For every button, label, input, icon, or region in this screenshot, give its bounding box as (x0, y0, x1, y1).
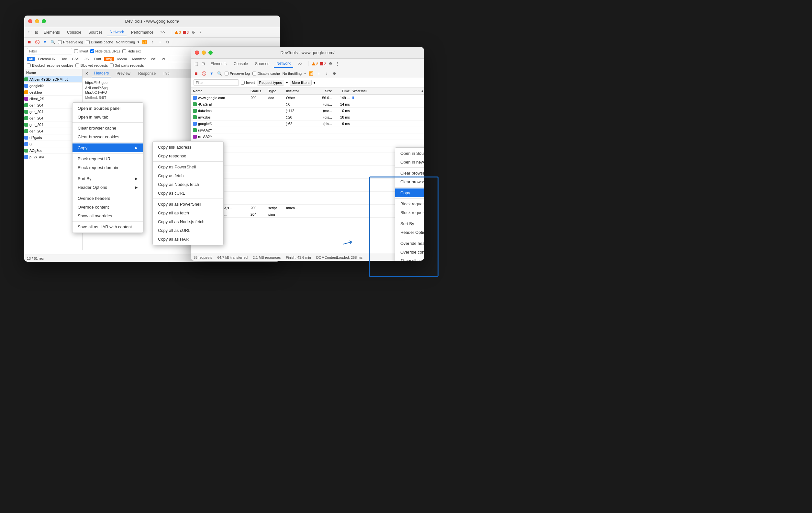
minimize-button-back[interactable] (35, 19, 39, 23)
settings2-icon-back[interactable] (165, 39, 170, 45)
close-button-front[interactable] (195, 51, 199, 55)
menu-block-domain-front[interactable]: Block request domain (395, 208, 424, 217)
type-btn-fetch-back[interactable]: Fetch/XHR (36, 57, 57, 61)
window-controls-front[interactable] (195, 51, 213, 55)
settings2-icon-front[interactable] (332, 71, 337, 76)
menu-override-content-front[interactable]: Override content (395, 248, 424, 256)
table-row-11-front[interactable]: gen_204 (191, 166, 424, 172)
disable-cache-checkbox-back[interactable] (86, 40, 90, 44)
menu-copy-all-curl-back[interactable]: Copy all as cURL (153, 226, 223, 235)
maximize-button-back[interactable] (42, 19, 46, 23)
blocked-response-checkbox-back[interactable] (27, 63, 31, 68)
table-row-10-front[interactable]: gen_204 (191, 159, 424, 166)
col-name-header[interactable]: Name (191, 89, 249, 93)
tab-sources-back[interactable]: Sources (86, 29, 105, 36)
menu-copy-all-nodejs-back[interactable]: Copy all as Node.js fetch (153, 217, 223, 226)
search-icon-back[interactable]: 🔍 (50, 39, 55, 45)
menu-header-options-back[interactable]: Header Options (72, 183, 143, 192)
device-icon[interactable]: ⊡ (34, 30, 39, 35)
tab-console-front[interactable]: Console (231, 60, 251, 68)
maximize-button-front[interactable] (208, 51, 213, 55)
filter-icon-front[interactable]: ▼ (209, 71, 214, 76)
type-btn-manifest-back[interactable]: Manifest (130, 57, 148, 61)
table-row-5-front[interactable]: rs=AA2Y (191, 127, 424, 133)
menu-copy-all-har-back[interactable]: Copy all as HAR (153, 235, 223, 244)
table-row-0-back[interactable]: ANLem4YSD_eDPM_u5 (24, 76, 82, 83)
clear-icon-front[interactable]: 🚫 (201, 71, 206, 76)
throttling-arrow-icon-front[interactable]: ▾ (304, 72, 306, 75)
menu-show-overrides-front[interactable]: Show all overrides (395, 256, 424, 261)
minimize-button-front[interactable] (202, 51, 206, 55)
menu-copy-powershell-back[interactable]: Copy as PowerShell (153, 163, 223, 171)
close-button-back[interactable] (28, 19, 32, 23)
stop-icon-front[interactable]: ⏹ (194, 71, 199, 76)
more-filters-btn-front[interactable]: More filters (290, 80, 312, 85)
menu-copy-link-back[interactable]: Copy link address (153, 143, 223, 152)
menu-copy-response-back[interactable]: Copy response (153, 152, 223, 160)
menu-sort-by-front[interactable]: Sort By (395, 219, 424, 228)
type-btn-js-back[interactable]: JS (83, 57, 91, 61)
menu-copy-nodejs-back[interactable]: Copy as Node.js fetch (153, 180, 223, 189)
throttling-select-front[interactable]: No throttling (283, 72, 301, 76)
third-party-checkbox-back[interactable] (110, 63, 114, 68)
table-row-17-front[interactable]: m=sy1b7,P10Owf,s... 200 script m=co... (191, 205, 424, 211)
menu-open-tab-front[interactable]: Open in new tab (395, 158, 424, 166)
throttling-arrow-icon-back[interactable]: ▾ (138, 40, 139, 44)
more-icon-front[interactable] (335, 61, 340, 66)
table-row-9-front[interactable]: cb=gapi (191, 153, 424, 159)
menu-show-overrides-back[interactable]: Show all overrides (72, 212, 143, 220)
menu-override-headers-front[interactable]: Override headers (395, 239, 424, 248)
tab-more-back[interactable]: >> (158, 29, 168, 36)
menu-open-tab-back[interactable]: Open in new tab (72, 113, 143, 122)
menu-header-options-front[interactable]: Header Options (395, 228, 424, 237)
more-icon-back[interactable] (198, 30, 203, 35)
tab-network-back[interactable]: Network (107, 28, 126, 36)
table-row-0-front[interactable]: www.google.com 200 doc Other 56.6... 149… (191, 94, 424, 101)
device-icon-front[interactable]: ⊡ (201, 61, 206, 66)
menu-copy-front[interactable]: Copy (395, 188, 424, 197)
filter-input-back[interactable] (27, 48, 72, 54)
menu-block-domain-back[interactable]: Block request domain (72, 163, 143, 172)
menu-copy-curl-back[interactable]: Copy as cURL (153, 189, 223, 197)
filter-input-front[interactable] (194, 79, 239, 86)
panel-close-btn[interactable]: ✕ (85, 71, 88, 76)
stop-icon-back[interactable]: ⏹ (27, 39, 32, 45)
disable-cache-checkbox-front[interactable] (253, 72, 256, 76)
menu-override-headers-back[interactable]: Override headers (72, 194, 143, 203)
hide-ext-checkbox-back[interactable] (122, 49, 126, 53)
filter-icon-back[interactable]: ▼ (42, 39, 48, 45)
menu-copy-back[interactable]: Copy (72, 143, 143, 152)
table-row-8-front[interactable]: gen_204 (191, 146, 424, 153)
type-btn-all-back[interactable]: All (27, 57, 35, 61)
menu-open-sources-front[interactable]: Open in Sources panel (395, 149, 424, 158)
type-btn-doc-back[interactable]: Doc (59, 57, 69, 61)
type-btn-ws-back[interactable]: WS (149, 57, 158, 61)
tab-network-front[interactable]: Network (274, 60, 293, 68)
menu-open-sources-back[interactable]: Open in Sources panel (72, 104, 143, 113)
table-row-2-front[interactable]: data:ima ):112 (me... 0 ms (191, 108, 424, 114)
preserve-log-checkbox-front[interactable] (225, 72, 229, 76)
tab-elements-front[interactable]: Elements (208, 60, 229, 68)
menu-copy-all-powershell-back[interactable]: Copy all as PowerShell (153, 200, 223, 209)
type-btn-w-back[interactable]: W (160, 57, 167, 61)
settings-icon-front[interactable] (328, 61, 333, 66)
col-type-header[interactable]: Type (267, 89, 285, 93)
panel-tab-preview[interactable]: Preview (115, 70, 133, 77)
menu-clear-cookies-front[interactable]: Clear browser cookies (395, 178, 424, 186)
tab-performance-back[interactable]: Performance (128, 29, 156, 36)
type-btn-img-back[interactable]: Img (104, 57, 114, 61)
table-row-1-back[interactable]: googlel© (24, 83, 82, 89)
hide-data-urls-checkbox-back[interactable] (90, 49, 94, 53)
menu-block-url-back[interactable]: Block request URL (72, 155, 143, 163)
col-time-header[interactable]: Time (334, 89, 351, 93)
table-row-6-front[interactable]: rs=AA2Y (191, 133, 424, 140)
table-row-4-front[interactable]: googlel© ):62 (dis... 9 ms (191, 120, 424, 127)
table-row-12-front[interactable]: gen_204 (191, 172, 424, 179)
col-waterfall-header[interactable]: Waterfall (351, 89, 421, 93)
table-row-3-back[interactable]: client_2© (24, 96, 82, 102)
type-btn-media-back[interactable]: Media (115, 57, 129, 61)
search-icon-front[interactable]: 🔍 (217, 71, 222, 76)
menu-copy-all-fetch-back[interactable]: Copy all as fetch (153, 209, 223, 217)
col-size-header[interactable]: Size (314, 89, 334, 93)
settings-icon-back[interactable] (191, 30, 196, 35)
